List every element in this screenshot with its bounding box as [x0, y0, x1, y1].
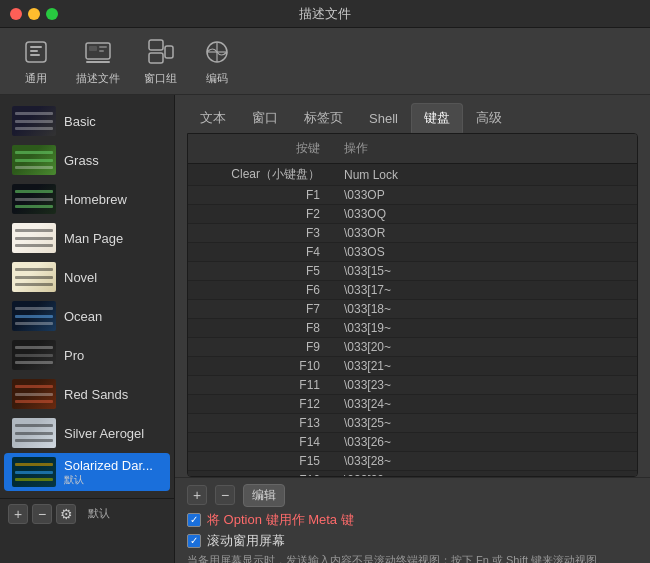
sidebar-item-grass[interactable]: Grass	[4, 141, 170, 179]
tab-shell[interactable]: Shell	[356, 105, 411, 132]
cell-action: \033[25~	[328, 414, 637, 432]
add-profile-button[interactable]: +	[8, 504, 28, 524]
cell-action: \033[28~	[328, 452, 637, 470]
sidebar-item-silveraerogel[interactable]: Silver Aerogel	[4, 414, 170, 452]
scroll-alternate-label: 滚动窗用屏幕	[207, 532, 285, 550]
table-row[interactable]: F3 \033OR	[188, 224, 637, 243]
table-row[interactable]: F1 \033OP	[188, 186, 637, 205]
sidebar-item-redsands[interactable]: Red Sands	[4, 375, 170, 413]
sidebar-name-redsands: Red Sands	[64, 387, 128, 402]
sidebar-name-manpage: Man Page	[64, 231, 123, 246]
cell-key: F15	[188, 452, 328, 470]
cell-action: Num Lock	[328, 166, 637, 184]
sidebar-item-basic[interactable]: Basic	[4, 102, 170, 140]
table-row[interactable]: F7 \033[18~	[188, 300, 637, 319]
profile-thumb-homebrew	[12, 184, 56, 214]
cell-action: \033[23~	[328, 376, 637, 394]
sidebar-item-pro[interactable]: Pro	[4, 336, 170, 374]
remove-keybinding-button[interactable]: −	[215, 485, 235, 505]
table-row[interactable]: F10 \033[21~	[188, 357, 637, 376]
option-meta-checkbox[interactable]: ✓	[187, 513, 201, 527]
cell-key: F1	[188, 186, 328, 204]
fullscreen-button[interactable]	[46, 8, 58, 20]
tab-text[interactable]: 文本	[187, 103, 239, 133]
col-key-header: 按键	[188, 138, 328, 159]
table-row[interactable]: F9 \033[20~	[188, 338, 637, 357]
cell-action: \033[20~	[328, 338, 637, 356]
sidebar-item-solarizeddark[interactable]: Solarized Dar... 默认	[4, 453, 170, 491]
table-row[interactable]: F5 \033[15~	[188, 262, 637, 281]
windowgroups-icon	[145, 36, 177, 68]
cell-key: F14	[188, 433, 328, 451]
svg-rect-9	[149, 40, 163, 50]
cell-key: F7	[188, 300, 328, 318]
minimize-button[interactable]	[28, 8, 40, 20]
table-row[interactable]: F14 \033[26~	[188, 433, 637, 452]
svg-rect-7	[99, 50, 104, 52]
option-meta-row: ✓ 将 Option 键用作 Meta 键	[187, 511, 638, 529]
cell-action: \033OP	[328, 186, 637, 204]
svg-rect-5	[89, 46, 97, 51]
add-keybinding-button[interactable]: +	[187, 485, 207, 505]
remove-profile-button[interactable]: −	[32, 504, 52, 524]
table-row[interactable]: F15 \033[28~	[188, 452, 637, 471]
close-button[interactable]	[10, 8, 22, 20]
edit-keybinding-button[interactable]: 编辑	[243, 484, 285, 507]
sidebar-name-pro: Pro	[64, 348, 84, 363]
cell-action: \033[21~	[328, 357, 637, 375]
tab-keyboard[interactable]: 键盘	[411, 103, 463, 133]
table-row[interactable]: F13 \033[25~	[188, 414, 637, 433]
toolbar-profiles-label: 描述文件	[76, 71, 120, 86]
tab-advanced[interactable]: 高级	[463, 103, 515, 133]
toolbar-profiles[interactable]: 描述文件	[76, 36, 120, 86]
cell-key: F9	[188, 338, 328, 356]
settings-profile-button[interactable]: ⚙	[56, 504, 76, 524]
encoding-icon	[201, 36, 233, 68]
profile-thumb-redsands	[12, 379, 56, 409]
cell-action: \033[18~	[328, 300, 637, 318]
checkmark-icon: ✓	[190, 515, 198, 525]
cell-action: \033[15~	[328, 262, 637, 280]
cell-action: \033[17~	[328, 281, 637, 299]
tabs-bar: 文本 窗口 标签页 Shell 键盘 高级	[175, 95, 650, 133]
table-row[interactable]: F2 \033OQ	[188, 205, 637, 224]
profile-thumb-ocean	[12, 301, 56, 331]
toolbar-encoding[interactable]: 编码	[201, 36, 233, 86]
cell-action: \033OQ	[328, 205, 637, 223]
sidebar-item-manpage[interactable]: Man Page	[4, 219, 170, 257]
sidebar-item-homebrew[interactable]: Homebrew	[4, 180, 170, 218]
profile-thumb-grass	[12, 145, 56, 175]
default-profile-button[interactable]: 默认	[88, 506, 110, 521]
sidebar-name-solarizeddark: Solarized Dar...	[64, 458, 153, 473]
cell-action: \033OS	[328, 243, 637, 261]
cell-key: F12	[188, 395, 328, 413]
profiles-icon	[82, 36, 114, 68]
toolbar-windowgroups[interactable]: 窗口组	[144, 36, 177, 86]
scroll-desc: 当备用屏幕显示时，发送输入内容不是滚动终端视图；按下 Fn 或 Shift 键来…	[187, 553, 638, 563]
sidebar-name-ocean: Ocean	[64, 309, 102, 324]
table-row[interactable]: Clear（小键盘） Num Lock	[188, 164, 637, 186]
table-row[interactable]: F4 \033OS	[188, 243, 637, 262]
svg-rect-11	[165, 46, 173, 58]
tab-window[interactable]: 窗口	[239, 103, 291, 133]
table-row[interactable]: F6 \033[17~	[188, 281, 637, 300]
sidebar-name-novel: Novel	[64, 270, 97, 285]
scroll-alternate-checkbox[interactable]: ✓	[187, 534, 201, 548]
svg-rect-1	[30, 46, 42, 48]
profile-thumb-manpage	[12, 223, 56, 253]
cell-key: F6	[188, 281, 328, 299]
sidebar-item-ocean[interactable]: Ocean	[4, 297, 170, 335]
toolbar: 通用 描述文件 窗口组	[0, 28, 650, 95]
toolbar-general[interactable]: 通用	[20, 36, 52, 86]
table-row[interactable]: F12 \033[24~	[188, 395, 637, 414]
sidebar-item-novel[interactable]: Novel	[4, 258, 170, 296]
toolbar-windowgroups-label: 窗口组	[144, 71, 177, 86]
table-header: 按键 操作	[188, 134, 637, 164]
table-row[interactable]: F8 \033[19~	[188, 319, 637, 338]
cell-action: \033OR	[328, 224, 637, 242]
cell-key: F13	[188, 414, 328, 432]
tab-tabs[interactable]: 标签页	[291, 103, 356, 133]
table-row[interactable]: F11 \033[23~	[188, 376, 637, 395]
cell-key: F8	[188, 319, 328, 337]
svg-rect-4	[86, 43, 110, 59]
